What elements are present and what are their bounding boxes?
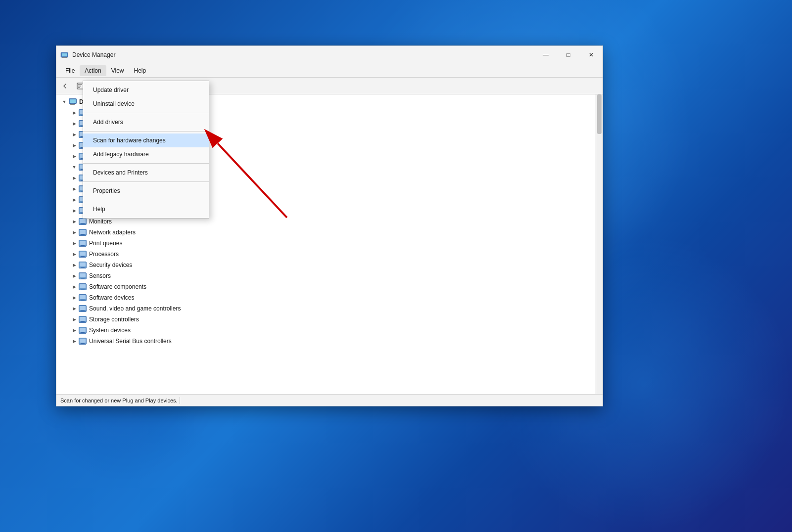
dropdown-separator <box>83 200 209 200</box>
category-label: Universal Serial Bus controllers <box>89 338 172 345</box>
svg-rect-70 <box>80 317 86 321</box>
dropdown-item-devices-and-printers[interactable]: Devices and Printers <box>83 166 209 179</box>
dropdown-separator <box>83 113 209 113</box>
status-bar: Scan for changed or new Plug and Play de… <box>56 394 603 406</box>
tree-item[interactable]: ▶ Print queues <box>56 238 596 249</box>
expand-icon[interactable]: ▶ <box>70 305 78 312</box>
category-icon <box>78 294 87 302</box>
category-icon <box>78 239 87 247</box>
maximize-button[interactable]: □ <box>557 47 580 63</box>
dropdown-item-help[interactable]: Help <box>83 202 209 216</box>
svg-rect-65 <box>81 300 85 301</box>
expand-icon[interactable]: ▶ <box>70 283 78 291</box>
expand-icon[interactable]: ▼ <box>70 163 78 171</box>
title-bar: Device Manager — □ ✕ <box>56 46 603 64</box>
svg-rect-61 <box>80 284 86 288</box>
category-label: Sound, video and game controllers <box>89 305 181 312</box>
menu-help[interactable]: Help <box>129 65 151 76</box>
category-icon <box>78 315 87 323</box>
expand-icon[interactable]: ▶ <box>70 174 78 182</box>
expand-icon[interactable]: ▶ <box>70 250 78 258</box>
svg-rect-50 <box>81 245 85 246</box>
expand-icon[interactable]: ▶ <box>70 185 78 193</box>
svg-rect-10 <box>71 104 74 105</box>
action-dropdown-menu: Update driverUninstall deviceAdd drivers… <box>83 81 209 219</box>
expand-icon[interactable]: ▶ <box>70 294 78 302</box>
svg-rect-47 <box>81 234 85 235</box>
menu-bar: File Action View Help <box>56 64 603 78</box>
title-bar-left: Device Manager <box>60 51 115 59</box>
expand-icon[interactable]: ▶ <box>70 218 78 225</box>
expand-icon[interactable]: ▶ <box>70 337 78 345</box>
title-controls: — □ ✕ <box>534 47 603 63</box>
tree-item[interactable]: ▶ Storage controllers <box>56 314 596 325</box>
dropdown-item-properties[interactable]: Properties <box>83 184 209 198</box>
dropdown-item-uninstall-device[interactable]: Uninstall device <box>83 97 209 111</box>
category-label: Storage controllers <box>89 316 139 323</box>
category-label: Processors <box>89 251 119 258</box>
minimize-button[interactable]: — <box>534 47 557 63</box>
dropdown-separator <box>83 131 209 132</box>
category-icon <box>78 337 87 345</box>
toolbar-back-btn[interactable] <box>58 80 72 92</box>
expand-icon[interactable]: ▶ <box>70 228 78 236</box>
category-icon <box>78 250 87 258</box>
category-label: Sensors <box>89 272 111 279</box>
scrollbar[interactable] <box>596 94 603 394</box>
tree-item[interactable]: ▶ Software components <box>56 281 596 292</box>
tree-item[interactable]: ▶ Sensors <box>56 270 596 281</box>
expand-icon[interactable]: ▶ <box>70 326 78 334</box>
dropdown-item-add-legacy-hardware[interactable]: Add legacy hardware <box>83 147 209 161</box>
svg-rect-77 <box>81 343 85 344</box>
category-icon <box>78 261 87 269</box>
dropdown-item-update-driver[interactable]: Update driver <box>83 83 209 97</box>
svg-rect-56 <box>81 267 85 268</box>
dropdown-item-scan-for-hardware-changes[interactable]: Scan for hardware changes <box>83 133 209 147</box>
tree-item[interactable]: ▶ Software devices <box>56 292 596 303</box>
expand-icon[interactable]: ▶ <box>70 315 78 323</box>
svg-rect-46 <box>80 230 86 234</box>
tree-item[interactable]: ▶ Network adapters <box>56 227 596 238</box>
category-icon <box>78 326 87 334</box>
category-label: Network adapters <box>89 229 136 236</box>
dropdown-item-add-drivers[interactable]: Add drivers <box>83 115 209 129</box>
svg-rect-67 <box>80 306 86 310</box>
svg-rect-55 <box>80 263 86 266</box>
menu-action[interactable]: Action <box>80 65 106 76</box>
category-icon <box>78 272 87 280</box>
status-separator <box>180 397 180 404</box>
expand-icon[interactable]: ▶ <box>70 272 78 280</box>
tree-item[interactable]: ▶ Sound, video and game controllers <box>56 303 596 314</box>
expand-icon[interactable]: ▶ <box>70 120 78 128</box>
svg-rect-64 <box>80 295 86 299</box>
category-icon <box>78 283 87 291</box>
window-title: Device Manager <box>72 51 115 58</box>
close-button[interactable]: ✕ <box>580 47 603 63</box>
expand-icon[interactable]: ▶ <box>70 141 78 149</box>
expand-icon[interactable]: ▶ <box>70 196 78 204</box>
expand-icon[interactable]: ▶ <box>70 261 78 269</box>
expand-icon[interactable]: ▶ <box>70 239 78 247</box>
tree-item[interactable]: ▶ Security devices <box>56 260 596 270</box>
dropdown-separator <box>83 163 209 164</box>
expand-icon[interactable]: ▶ <box>70 152 78 160</box>
svg-rect-11 <box>70 104 75 105</box>
svg-rect-43 <box>80 219 86 223</box>
window-icon <box>60 51 68 59</box>
svg-rect-52 <box>80 252 86 256</box>
tree-item[interactable]: ▶ System devices <box>56 325 596 336</box>
menu-file[interactable]: File <box>60 65 80 76</box>
menu-view[interactable]: View <box>106 65 129 76</box>
tree-item[interactable]: ▶ Universal Serial Bus controllers <box>56 336 596 347</box>
svg-rect-59 <box>81 278 85 279</box>
svg-rect-1 <box>62 53 67 56</box>
tree-item[interactable]: ▶ Processors <box>56 249 596 260</box>
expand-icon[interactable]: ▶ <box>70 131 78 138</box>
svg-rect-53 <box>81 256 85 257</box>
svg-rect-44 <box>81 223 85 224</box>
expand-icon[interactable]: ▶ <box>70 207 78 215</box>
category-label: Software components <box>89 283 146 290</box>
expand-root-icon[interactable]: ▼ <box>60 98 68 106</box>
svg-rect-68 <box>81 310 85 311</box>
expand-icon[interactable]: ▶ <box>70 109 78 117</box>
